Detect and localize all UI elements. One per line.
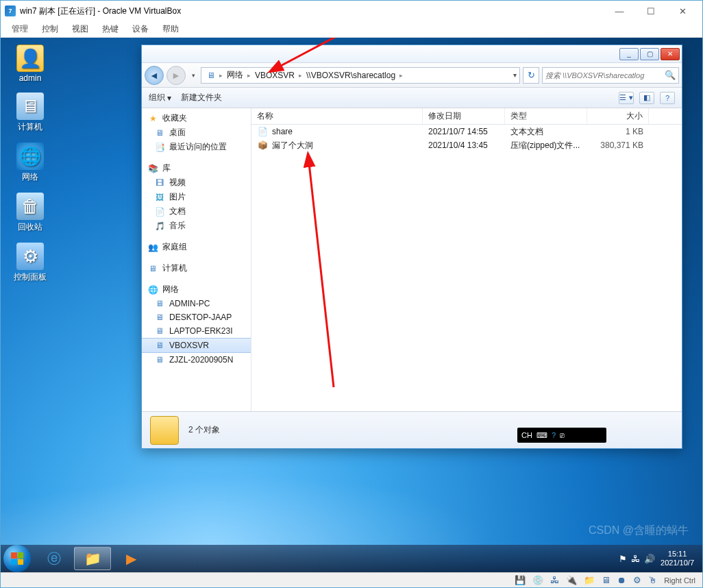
start-button[interactable] — [3, 545, 31, 572]
vbox-mouse-icon[interactable]: 🖱 — [648, 575, 657, 585]
desktop-icon-network[interactable]: 🌐网络 — [6, 143, 54, 183]
tray-network-icon[interactable]: 🖧 — [631, 554, 640, 564]
nav-documents[interactable]: 文档 — [169, 206, 186, 217]
nav-net-desktop[interactable]: DESKTOP-JAAP — [169, 313, 232, 322]
status-text: 2 个对象 — [188, 424, 220, 436]
explorer-window: _ ▢ ✕ ◄ ► ▾ 🖥▸ 网络▸ VBOXSVR▸ \\VBOXSVR\sh… — [141, 45, 682, 449]
toolbar-preview-icon[interactable]: ◧ — [639, 92, 654, 104]
refresh-button[interactable]: ↻ — [523, 67, 539, 84]
search-box[interactable]: 🔍 — [542, 67, 679, 84]
vbox-menu-control[interactable]: 控制 — [36, 22, 64, 36]
nav-network[interactable]: 网络 — [162, 284, 179, 295]
vbox-menu-manage[interactable]: 管理 — [6, 22, 34, 36]
toolbar-view-icon[interactable]: ☰ ▾ — [619, 92, 634, 104]
vbox-shared-icon[interactable]: 📁 — [584, 575, 595, 585]
desktop-icon-computer[interactable]: 🖥计算机 — [6, 93, 54, 133]
desktop-icon-admin[interactable]: 👤admin — [6, 45, 54, 83]
nav-music[interactable]: 音乐 — [169, 220, 186, 232]
vbox-host-key: Right Ctrl — [664, 576, 695, 585]
vbox-optical-icon[interactable]: 💿 — [532, 575, 543, 585]
explorer-toolbar: 组织 ▾ 新建文件夹 ☰ ▾ ◧ ? — [142, 88, 682, 108]
vbox-menu-hotkey[interactable]: 热键 — [97, 22, 124, 36]
vbox-title: win7 副本 [正在运行] - Oracle VM VirtualBox — [20, 5, 604, 17]
toolbar-new-folder[interactable]: 新建文件夹 — [181, 92, 222, 103]
file-list-pane: 名称 修改日期 类型 大小 📄share 2021/10/7 14:55 文本文… — [251, 108, 682, 411]
vbox-menu-bar: 管理 控制 视图 热键 设备 帮助 — [1, 21, 702, 38]
taskbar-wmp-icon[interactable]: ▶ — [112, 547, 149, 570]
breadcrumb-seg-vboxsvr[interactable]: VBOXSVR — [252, 71, 297, 80]
desktop-icon-recyclebin[interactable]: 🗑回收站 — [6, 193, 54, 233]
nav-net-vboxsvr[interactable]: VBOXSVR — [169, 341, 209, 350]
nav-back-button[interactable]: ◄ — [145, 66, 164, 85]
toolbar-organize[interactable]: 组织 ▾ — [149, 92, 171, 103]
navigation-pane[interactable]: ★收藏夹 🖥桌面 📑最近访问的位置 📚库 🎞视频 🖼图片 📄文档 🎵音乐 👥家庭… — [142, 108, 251, 411]
vbox-network-icon[interactable]: 🖧 — [550, 575, 559, 585]
taskbar-explorer-icon[interactable]: 📁 — [74, 547, 111, 570]
column-type[interactable]: 类型 — [505, 108, 587, 124]
guest-desktop[interactable]: 👤admin 🖥计算机 🌐网络 🗑回收站 ⚙控制面板 _ ▢ ✕ ◄ ► ▾ 🖥… — [1, 38, 702, 572]
explorer-maximize-button[interactable]: ▢ — [640, 48, 659, 60]
search-input[interactable] — [545, 71, 665, 79]
column-size[interactable]: 大小 — [587, 108, 649, 124]
desktop-icon-controlpanel[interactable]: ⚙控制面板 — [6, 243, 54, 283]
breadcrumb-seg-share[interactable]: \\VBOXSVR\sharecatlog — [304, 71, 398, 80]
breadcrumb[interactable]: 🖥▸ 网络▸ VBOXSVR▸ \\VBOXSVR\sharecatlog▸ ▾ — [201, 67, 520, 84]
file-row-share[interactable]: 📄share 2021/10/7 14:55 文本文档 1 KB — [251, 125, 682, 138]
nav-homegroup[interactable]: 家庭组 — [162, 241, 187, 253]
vbox-recording-icon[interactable]: ⏺ — [617, 575, 626, 585]
nav-desktop[interactable]: 桌面 — [169, 127, 186, 138]
file-row-zip[interactable]: 📦漏了个大洞 2021/10/4 13:45 压缩(zipped)文件... 3… — [251, 138, 682, 152]
nav-history-dropdown[interactable]: ▾ — [188, 72, 198, 79]
tray-clock[interactable]: 15:11 2021/10/7 — [661, 550, 694, 567]
vbox-maximize-button[interactable]: ☐ — [635, 1, 667, 21]
text-file-icon: 📄 — [257, 126, 268, 137]
ime-toolbar[interactable]: CH⌨?⎚ — [517, 428, 606, 443]
explorer-status-bar: 2 个对象 CH⌨?⎚ — [142, 411, 682, 448]
nav-recent[interactable]: 最近访问的位置 — [169, 141, 227, 153]
vbox-menu-devices[interactable]: 设备 — [127, 22, 154, 36]
explorer-minimize-button[interactable]: _ — [619, 48, 639, 60]
nav-net-zjzl[interactable]: ZJZL-20200905N — [169, 355, 233, 365]
vbox-disk-icon[interactable]: 💾 — [515, 575, 526, 585]
nav-computer[interactable]: 计算机 — [162, 262, 187, 274]
nav-videos[interactable]: 视频 — [169, 177, 186, 188]
vbox-cpu-icon[interactable]: ⚙ — [633, 575, 641, 585]
vbox-display-icon[interactable]: 🖥 — [602, 575, 610, 585]
nav-net-adminpc[interactable]: ADMIN-PC — [169, 299, 210, 308]
nav-libraries[interactable]: 库 — [162, 162, 171, 174]
taskbar[interactable]: ⓔ 📁 ▶ ⚑ 🖧 🔊 15:11 2021/10/7 — [1, 545, 702, 572]
vbox-status-bar: 💾 💿 🖧 🔌 📁 🖥 ⏺ ⚙ 🖱 Right Ctrl — [1, 572, 702, 587]
vbox-menu-view[interactable]: 视图 — [66, 22, 94, 36]
nav-net-laptop[interactable]: LAPTOP-ERK23I — [169, 326, 232, 336]
nav-forward-button[interactable]: ► — [166, 66, 186, 85]
toolbar-help-icon[interactable]: ? — [660, 92, 675, 104]
vbox-menu-help[interactable]: 帮助 — [157, 22, 184, 36]
column-name[interactable]: 名称 — [251, 108, 423, 124]
tray-flag-icon[interactable]: ⚑ — [619, 554, 627, 564]
vbox-titlebar: 7 win7 副本 [正在运行] - Oracle VM VirtualBox … — [1, 1, 702, 21]
vbox-usb-icon[interactable]: 🔌 — [566, 575, 577, 585]
explorer-close-button[interactable]: ✕ — [661, 48, 680, 60]
search-icon[interactable]: 🔍 — [665, 70, 676, 80]
taskbar-ie-icon[interactable]: ⓔ — [36, 547, 73, 570]
nav-pictures[interactable]: 图片 — [169, 191, 186, 203]
vbox-minimize-button[interactable]: — — [604, 1, 635, 21]
vbox-app-icon: 7 — [5, 5, 16, 16]
system-tray[interactable]: ⚑ 🖧 🔊 15:11 2021/10/7 — [619, 550, 700, 567]
zip-file-icon: 📦 — [257, 140, 268, 151]
watermark: CSDN @含睡的蜗牛 — [589, 524, 689, 538]
nav-favorites[interactable]: 收藏夹 — [162, 112, 187, 124]
explorer-titlebar[interactable]: _ ▢ ✕ — [142, 45, 682, 63]
breadcrumb-seg-network[interactable]: 网络 — [224, 69, 246, 81]
status-folder-icon — [150, 416, 179, 445]
explorer-nav-bar: ◄ ► ▾ 🖥▸ 网络▸ VBOXSVR▸ \\VBOXSVR\sharecat… — [142, 63, 682, 88]
file-list-header[interactable]: 名称 修改日期 类型 大小 — [251, 108, 682, 125]
vbox-close-button[interactable]: ✕ — [667, 1, 698, 21]
column-modified[interactable]: 修改日期 — [423, 108, 505, 124]
tray-volume-icon[interactable]: 🔊 — [644, 554, 655, 564]
